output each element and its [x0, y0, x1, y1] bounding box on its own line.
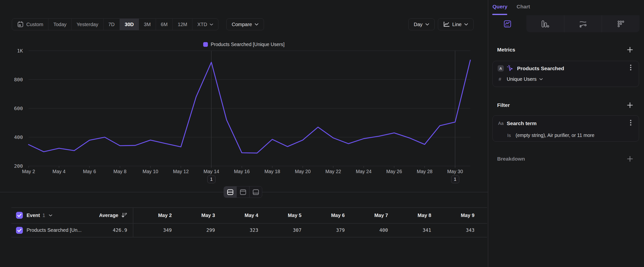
svg-text:1K: 1K	[17, 48, 23, 54]
table-border	[11, 237, 487, 237]
svg-text:May 2: May 2	[22, 169, 35, 174]
svg-text:May 24: May 24	[356, 169, 372, 174]
view-tab-insights[interactable]	[488, 15, 526, 32]
date-column-header: May 7	[348, 207, 388, 223]
date-column-header: May 6	[306, 207, 345, 223]
metric-letter-badge: A	[498, 65, 504, 71]
svg-text:May 28: May 28	[417, 169, 432, 174]
svg-text:May 30: May 30	[447, 169, 463, 174]
add-metric-button[interactable]	[627, 47, 633, 53]
view-tab-flows[interactable]	[564, 15, 602, 32]
annotation-marker[interactable]: 1	[207, 175, 216, 183]
tab-chart[interactable]: Chart	[516, 4, 530, 10]
layout-footer-bottom-button[interactable]	[250, 186, 262, 197]
row-value: 323	[219, 223, 258, 237]
svg-text:800: 800	[14, 77, 23, 83]
annotation-marker[interactable]: 1	[451, 175, 459, 183]
date-column-header: May 4	[219, 207, 258, 223]
bar-chart-icon	[541, 20, 549, 28]
row-average-value: 426.9	[84, 223, 127, 237]
row-value: 349	[132, 223, 172, 237]
date-column-header: May 9	[435, 207, 474, 223]
svg-text:May 10: May 10	[142, 169, 158, 174]
date-column-header: May 2	[132, 207, 172, 223]
svg-text:200: 200	[14, 163, 23, 169]
event-sparkle-icon	[506, 65, 514, 72]
layout-header-top-button[interactable]	[237, 186, 250, 197]
metric-name[interactable]: Products Searched	[517, 66, 564, 71]
svg-text:May 22: May 22	[326, 169, 341, 174]
grid-dots-icon	[617, 20, 625, 28]
filter-operator[interactable]: Is	[507, 133, 511, 138]
filter-value[interactable]: (empty string), Air purifier, or 11 more	[516, 133, 594, 138]
svg-text:May 4: May 4	[52, 169, 66, 174]
svg-text:May 16: May 16	[234, 169, 250, 174]
event-column-header[interactable]: Event1	[26, 207, 52, 223]
view-tabs	[526, 15, 640, 32]
measure-prefix: #	[498, 77, 501, 82]
row-value: 343	[435, 223, 474, 237]
row-name[interactable]: Products Searched [Un...	[26, 223, 82, 237]
row-value: 379	[306, 223, 345, 237]
metric-menu-button[interactable]	[630, 64, 632, 72]
breakdown-heading: Breakdown	[497, 156, 525, 162]
metric-card[interactable]	[492, 61, 639, 87]
property-type-icon: Aa	[498, 121, 504, 126]
row-checkbox[interactable]	[16, 227, 23, 234]
tab-query[interactable]: Query	[492, 4, 508, 10]
row-value: 341	[392, 223, 431, 237]
filter-menu-button[interactable]	[630, 119, 632, 128]
date-column-header: May 3	[176, 207, 215, 223]
flows-icon	[579, 20, 587, 28]
view-tab-bar-chart[interactable]	[526, 15, 564, 32]
filter-property[interactable]: Search term	[507, 120, 536, 126]
row-value: 307	[262, 223, 302, 237]
measure-dropdown[interactable]: Unique Users	[507, 76, 536, 82]
date-column-header: May 8	[392, 207, 431, 223]
metrics-heading: Metrics	[497, 47, 515, 53]
svg-text:May 26: May 26	[386, 169, 402, 174]
sort-icon	[121, 212, 127, 218]
chevron-down-icon	[49, 214, 52, 216]
svg-text:May 6: May 6	[83, 169, 96, 174]
filter-heading: Filter	[497, 102, 510, 108]
layout-split-rows-button[interactable]	[224, 186, 237, 197]
svg-text:May 12: May 12	[173, 169, 189, 174]
row-value: 299	[176, 223, 215, 237]
svg-text:May 18: May 18	[264, 169, 280, 174]
active-tab-indicator	[492, 14, 507, 15]
svg-text:May 20: May 20	[295, 169, 311, 174]
add-filter-button[interactable]	[627, 102, 633, 108]
panel-divider	[488, 0, 488, 267]
select-all-checkbox[interactable]	[16, 212, 23, 219]
page: CustomTodayYesterday7D30D3M6M12MXTD Comp…	[0, 0, 644, 267]
svg-text:May 14: May 14	[204, 169, 219, 174]
layout-toggle-group	[224, 186, 262, 198]
svg-text:600: 600	[14, 105, 23, 111]
date-column-header: May 5	[262, 207, 302, 223]
add-breakdown-button[interactable]	[627, 156, 633, 162]
line-chart[interactable]: 1K800600400200May 2May 4May 6May 8May 10…	[0, 0, 488, 187]
insights-chart-icon	[504, 20, 512, 28]
view-tab-grid[interactable]	[602, 15, 640, 32]
average-column-header[interactable]: Average	[74, 207, 127, 223]
chevron-down-icon	[539, 78, 543, 80]
svg-text:400: 400	[14, 134, 23, 140]
svg-text:May 8: May 8	[114, 169, 126, 174]
row-value: 400	[348, 223, 388, 237]
